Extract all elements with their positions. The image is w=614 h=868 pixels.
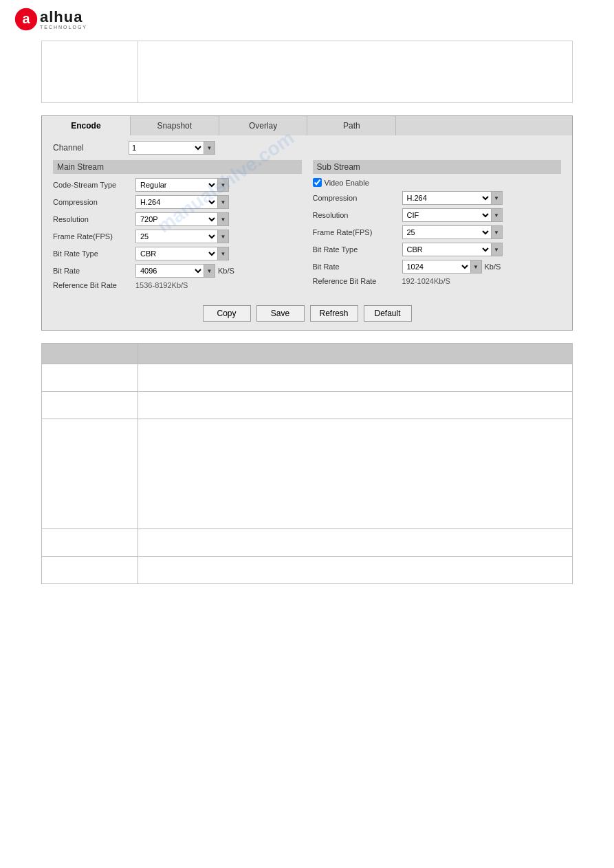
bottom-table-row1-col1 <box>42 364 138 392</box>
sub-resolution-arrow[interactable]: ▼ <box>492 208 503 222</box>
tab-encode[interactable]: Encode <box>42 116 131 135</box>
main-resolution-row: Resolution 720P ▼ <box>53 212 302 226</box>
main-bitrate-group[interactable]: 4096 ▼ Kb/S <box>135 264 234 278</box>
sub-bitratetype-label: Bit Rate Type <box>313 245 402 254</box>
code-stream-type-group[interactable]: Regular ▼ <box>135 178 229 192</box>
sub-framerate-row: Frame Rate(FPS) 25 ▼ <box>313 225 562 239</box>
sub-resolution-select[interactable]: CIF <box>402 208 492 222</box>
tab-snapshot[interactable]: Snapshot <box>131 116 219 135</box>
bottom-content-table <box>41 343 573 584</box>
sub-compression-select[interactable]: H.264 <box>402 191 492 205</box>
main-compression-label: Compression <box>53 198 135 206</box>
bottom-table-row5-col2 <box>138 557 573 584</box>
sub-bitratetype-select[interactable]: CBR <box>402 243 492 256</box>
sub-compression-row: Compression H.264 ▼ <box>313 191 562 205</box>
top-table-right-cell <box>138 41 573 103</box>
sub-bitratetype-row: Bit Rate Type CBR ▼ <box>313 243 562 256</box>
main-framerate-select[interactable]: 25 <box>135 230 218 243</box>
logo-container: a alhua TECHNOLOGY <box>14 7 600 32</box>
main-bitratetype-select[interactable]: CBR <box>135 247 218 260</box>
main-bitrate-row: Bit Rate 4096 ▼ Kb/S <box>53 264 302 278</box>
main-compression-row: Compression H.264 ▼ <box>53 195 302 209</box>
main-compression-arrow[interactable]: ▼ <box>218 195 229 209</box>
code-stream-type-arrow[interactable]: ▼ <box>218 178 229 192</box>
bottom-table-row5-col1 <box>42 557 138 584</box>
main-bitrate-select[interactable]: 4096 <box>135 264 204 278</box>
buttons-row: Copy Save Refresh Default <box>42 298 572 330</box>
tab-path[interactable]: Path <box>307 116 396 135</box>
code-stream-type-select[interactable]: Regular <box>135 178 218 192</box>
streams-row: Main Stream Code-Stream Type Regular ▼ C… <box>42 160 572 298</box>
sub-resolution-group[interactable]: CIF ▼ <box>402 208 503 222</box>
logo-sub-text: TECHNOLOGY <box>40 25 87 30</box>
channel-select[interactable]: 1 <box>129 141 204 155</box>
bottom-table-row2-col1 <box>42 392 138 419</box>
sub-stream-section: Sub Stream Video Enable Compression H.26… <box>307 160 567 293</box>
sub-bitrate-select[interactable]: 1024 <box>402 260 471 274</box>
bottom-table-header-row <box>42 344 573 364</box>
main-bitrate-arrow[interactable]: ▼ <box>204 264 215 278</box>
sub-framerate-select[interactable]: 25 <box>402 225 492 239</box>
refresh-button[interactable]: Refresh <box>310 305 358 322</box>
sub-bitrate-arrow[interactable]: ▼ <box>471 260 482 274</box>
sub-refbitrate-label: Reference Bit Rate <box>313 277 402 285</box>
copy-button[interactable]: Copy <box>203 305 251 322</box>
bottom-table-row-4 <box>42 529 573 557</box>
logo-area: a alhua TECHNOLOGY <box>0 0 614 35</box>
main-refbitrate-row: Reference Bit Rate 1536-8192Kb/S <box>53 281 302 289</box>
main-compression-group[interactable]: H.264 ▼ <box>135 195 229 209</box>
bottom-table-row2-col2 <box>138 392 573 419</box>
bottom-table-header-col2 <box>138 344 573 364</box>
save-button[interactable]: Save <box>256 305 305 322</box>
sub-framerate-group[interactable]: 25 ▼ <box>402 225 503 239</box>
svg-text:a: a <box>22 11 30 26</box>
sub-resolution-label: Resolution <box>313 211 402 219</box>
video-enable-checkbox[interactable] <box>313 178 322 187</box>
main-framerate-arrow[interactable]: ▼ <box>218 230 229 243</box>
top-table-area <box>41 41 573 103</box>
sub-compression-arrow[interactable]: ▼ <box>492 191 503 205</box>
main-bitratetype-group[interactable]: CBR ▼ <box>135 247 229 260</box>
sub-bitratetype-arrow[interactable]: ▼ <box>492 243 503 256</box>
main-framerate-label: Frame Rate(FPS) <box>53 232 135 241</box>
bottom-table-row1-col2 <box>138 364 573 392</box>
code-stream-type-label: Code-Stream Type <box>53 181 135 189</box>
dahua-logo-icon: a <box>14 7 39 32</box>
bottom-table-row3-col2 <box>138 419 573 529</box>
tab-empty <box>396 116 572 135</box>
main-framerate-row: Frame Rate(FPS) 25 ▼ <box>53 230 302 243</box>
bottom-table-row-3 <box>42 419 573 529</box>
bottom-table-row-5 <box>42 557 573 584</box>
main-resolution-arrow[interactable]: ▼ <box>218 212 229 226</box>
main-stream-header: Main Stream <box>53 160 302 174</box>
sub-compression-group[interactable]: H.264 ▼ <box>402 191 503 205</box>
sub-framerate-label: Frame Rate(FPS) <box>313 228 402 236</box>
encode-panel: manualshlve.com Encode Snapshot Overlay … <box>41 115 573 331</box>
sub-bitrate-unit: Kb/S <box>485 263 501 271</box>
main-refbitrate-value: 1536-8192Kb/S <box>135 281 188 289</box>
sub-stream-header: Sub Stream <box>313 160 562 174</box>
bottom-table-area <box>41 343 573 584</box>
sub-resolution-row: Resolution CIF ▼ <box>313 208 562 222</box>
main-bitratetype-arrow[interactable]: ▼ <box>218 247 229 260</box>
sub-bitrate-group[interactable]: 1024 ▼ Kb/S <box>402 260 501 274</box>
bottom-table-row-1 <box>42 364 573 392</box>
sub-bitrate-row: Bit Rate 1024 ▼ Kb/S <box>313 260 562 274</box>
default-button[interactable]: Default <box>364 305 412 322</box>
main-stream-section: Main Stream Code-Stream Type Regular ▼ C… <box>47 160 307 293</box>
main-framerate-group[interactable]: 25 ▼ <box>135 230 229 243</box>
main-resolution-select[interactable]: 720P <box>135 212 218 226</box>
main-bitratetype-row: Bit Rate Type CBR ▼ <box>53 247 302 260</box>
bottom-table-row3-col1 <box>42 419 138 529</box>
tab-overlay[interactable]: Overlay <box>219 116 308 135</box>
channel-dropdown-arrow[interactable]: ▼ <box>204 141 215 155</box>
main-resolution-group[interactable]: 720P ▼ <box>135 212 229 226</box>
sub-refbitrate-value: 192-1024Kb/S <box>402 277 450 285</box>
channel-dropdown[interactable]: 1 ▼ <box>129 141 215 155</box>
main-compression-select[interactable]: H.264 <box>135 195 218 209</box>
main-resolution-label: Resolution <box>53 215 135 223</box>
sub-bitratetype-group[interactable]: CBR ▼ <box>402 243 503 256</box>
main-refbitrate-label: Reference Bit Rate <box>53 281 135 289</box>
logo-main-text: alhua <box>40 10 87 25</box>
sub-framerate-arrow[interactable]: ▼ <box>492 225 503 239</box>
